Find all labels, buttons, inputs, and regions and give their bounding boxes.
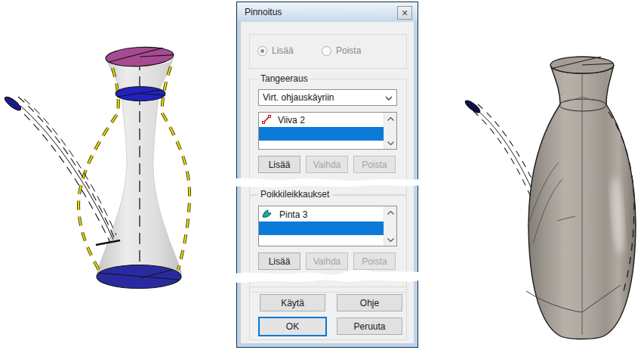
sections-listbox: Pinta 3: [258, 206, 397, 246]
tangency-scrollbar[interactable]: [384, 113, 396, 149]
tangency-add-button[interactable]: Lisää: [258, 156, 300, 173]
footer-groupbox: Käytä Ohje OK Peruuta: [249, 287, 407, 340]
chevron-up-icon[interactable]: [384, 113, 396, 125]
radio-remove-label: Poista: [336, 45, 361, 56]
list-item-viiva2[interactable]: Viiva 2: [259, 113, 384, 127]
list-item-pinta3[interactable]: Pinta 3: [259, 208, 384, 221]
dialog-body: Lisää Poista Tangeeraus Virt. ohjauskäyr…: [241, 22, 414, 343]
radio-add-label: Lisää: [272, 45, 294, 56]
pinnoitus-dialog: Pinnoitus ✕ Lisää Poista Tangeeraus: [236, 2, 418, 348]
tangency-group-label: Tangeeraus: [257, 73, 311, 84]
list-item-label: Pinta 3: [279, 209, 307, 220]
chevron-up-icon[interactable]: [384, 206, 396, 218]
rendered-vase-rim[interactable]: [550, 57, 614, 73]
rail-end-section-rendered[interactable]: [464, 98, 482, 114]
close-button[interactable]: ✕: [397, 6, 412, 20]
tangency-listbox: Viiva 2: [258, 112, 397, 150]
radio-remove-circle[interactable]: [322, 46, 331, 56]
tangency-type-dropdown[interactable]: Virt. ohjauskäyriin: [258, 89, 397, 106]
sections-add-button[interactable]: Lisää: [258, 252, 300, 270]
dialog-title: Pinnoitus: [237, 7, 282, 17]
tangency-dropdown-value: Virt. ohjauskäyriin: [263, 92, 334, 103]
radio-remove[interactable]: Poista: [322, 45, 361, 56]
chevron-down-icon[interactable]: [384, 137, 396, 149]
tangency-remove-button[interactable]: Poista: [353, 156, 396, 173]
close-icon: ✕: [401, 8, 408, 18]
list-selected-row[interactable]: [259, 127, 384, 141]
tangency-change-button[interactable]: Vaihda: [306, 156, 348, 173]
help-button[interactable]: Ohje: [337, 294, 402, 311]
viewport-rendered-model[interactable]: [442, 0, 644, 350]
chevron-down-icon: [385, 92, 393, 103]
cross-section-bottom[interactable]: [97, 265, 181, 289]
application-canvas: Pinnoitus ✕ Lisää Poista Tangeeraus: [0, 0, 644, 350]
sections-remove-button[interactable]: Poista: [353, 252, 396, 270]
sections-scrollbar[interactable]: [384, 206, 396, 246]
sections-change-button[interactable]: Vaihda: [306, 252, 348, 270]
list-selected-row[interactable]: [259, 221, 384, 235]
apply-button[interactable]: Käytä: [260, 294, 325, 311]
sections-group-label: Poikkileikkaukset: [257, 189, 332, 200]
tangency-groupbox: Tangeeraus Virt. ohjauskäyriin: [249, 79, 407, 196]
chevron-down-icon[interactable]: [384, 234, 396, 246]
dialog-titlebar[interactable]: Pinnoitus ✕: [237, 2, 418, 22]
mode-groupbox: Lisää Poista: [249, 34, 407, 69]
line-icon: [262, 115, 271, 126]
rail-end-section[interactable]: [3, 94, 23, 112]
guide-rail-curves[interactable]: [14, 97, 120, 245]
viewport-wireframe-model[interactable]: [0, 0, 234, 350]
sections-groupbox: Poikkileikkaukset Pinta 3: [249, 194, 407, 293]
surface-icon: [262, 209, 273, 221]
list-item-label: Viiva 2: [278, 115, 305, 125]
radio-add-circle[interactable]: [257, 46, 267, 56]
cancel-button[interactable]: Peruuta: [337, 317, 402, 335]
radio-add[interactable]: Lisää: [257, 45, 294, 56]
cross-section-middle[interactable]: [116, 87, 165, 101]
ok-button[interactable]: OK: [258, 317, 327, 336]
